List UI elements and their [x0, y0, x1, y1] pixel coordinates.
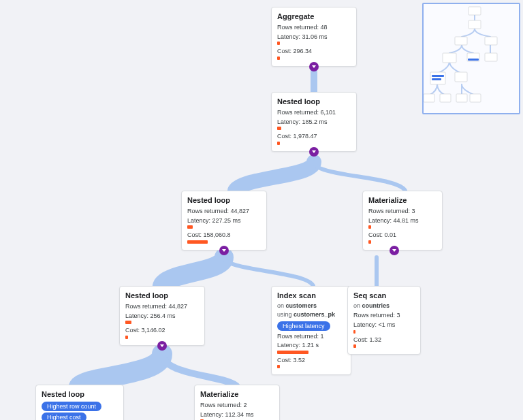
latency: Latency: 112.34 ms: [200, 410, 274, 419]
svg-rect-14: [456, 94, 467, 102]
expand-toggle-icon[interactable]: [219, 246, 229, 255]
svg-rect-3: [485, 37, 497, 45]
cost: Cost: 0.01: [368, 231, 437, 240]
node-aggregate[interactable]: Aggregate Rows returned: 48 Latency: 31.…: [271, 7, 357, 67]
node-title: Aggregate: [277, 12, 351, 21]
svg-rect-10: [432, 78, 441, 80]
minimap[interactable]: [422, 3, 520, 114]
cost-bar: [353, 344, 356, 348]
latency: Latency: 185.2 ms: [277, 118, 351, 127]
svg-rect-1: [469, 20, 481, 29]
scan-using: using customers_pk: [277, 311, 345, 319]
rows-returned: Rows returned: 44,827: [125, 302, 199, 311]
latency: Latency: 44.81 ms: [368, 216, 437, 225]
node-seq-scan[interactable]: Seq scan on countries Rows returned: 3 L…: [347, 286, 421, 355]
latency-bar: [277, 42, 280, 45]
cost-bar: [277, 142, 280, 145]
latency-bar: [277, 351, 308, 354]
latency-bar: [353, 330, 355, 334]
svg-rect-7: [485, 53, 497, 61]
node-title: Nested loop: [277, 97, 351, 106]
latency: Latency: <1 ms: [353, 321, 415, 329]
cost: Cost: 1.32: [353, 336, 415, 344]
node-nested-loop-3[interactable]: Nested loop Rows returned: 44,827 Latenc…: [119, 286, 205, 346]
svg-rect-13: [440, 94, 451, 102]
latency: Latency: 227.25 ms: [187, 216, 261, 225]
expand-toggle-icon[interactable]: [390, 246, 399, 255]
svg-rect-12: [424, 94, 434, 102]
expand-toggle-icon[interactable]: [157, 341, 167, 351]
expand-toggle-icon[interactable]: [309, 62, 319, 71]
svg-rect-0: [469, 7, 481, 15]
rows-returned: Rows returned: 48: [277, 23, 351, 32]
cost-bar: [277, 56, 280, 60]
latency: Latency: 1.21 s: [277, 341, 345, 350]
latency: Latency: 31.06 ms: [277, 33, 351, 42]
cost: Cost: 296.34: [277, 47, 351, 56]
rows-returned: Rows returned: 6,101: [277, 108, 351, 117]
node-title: Materialize: [200, 390, 274, 399]
node-title: Nested loop: [42, 390, 118, 399]
rows-returned: Rows returned: 2: [200, 401, 274, 410]
rows-returned: Rows returned: 1: [277, 332, 345, 341]
cost: Cost: 3.52: [277, 356, 345, 365]
svg-rect-11: [455, 72, 467, 82]
node-title: Materialize: [368, 196, 437, 205]
svg-rect-6: [468, 59, 479, 61]
cost-bar: [368, 240, 371, 244]
cost-bar: [187, 240, 208, 244]
expand-toggle-icon[interactable]: [309, 147, 319, 157]
latency: Latency: 256.4 ms: [125, 312, 199, 321]
node-materialize-right[interactable]: Materialize Rows returned: 3 Latency: 44…: [362, 191, 443, 251]
node-nested-loop-4[interactable]: Nested loop Highest row count Highest co…: [35, 385, 124, 420]
badge-highest-row-count: Highest row count: [42, 402, 101, 411]
scan-on: on countries: [353, 302, 415, 310]
svg-rect-2: [455, 37, 467, 45]
rows-returned: Rows returned: 44,827: [187, 207, 261, 216]
node-title: Nested loop: [125, 291, 199, 300]
latency-bar: [277, 127, 281, 130]
svg-rect-4: [443, 53, 456, 63]
rows-returned: Rows returned: 3: [353, 311, 415, 320]
badge-highest-latency: Highest latency: [277, 321, 330, 331]
cost-bar: [125, 336, 128, 339]
scan-on: on customers: [277, 302, 345, 310]
node-title: Seq scan: [353, 291, 415, 300]
cost: Cost: 158,060.8: [187, 231, 261, 240]
svg-rect-15: [470, 94, 481, 102]
cost: Cost: 1,978.47: [277, 132, 351, 141]
cost: Cost: 3,146.02: [125, 326, 199, 335]
badge-highest-cost: Highest cost: [42, 413, 86, 420]
node-title: Index scan: [277, 291, 345, 300]
node-title: Nested loop: [187, 196, 261, 205]
node-nested-loop-2[interactable]: Nested loop Rows returned: 44,827 Latenc…: [181, 191, 267, 251]
latency-bar: [125, 321, 131, 324]
svg-rect-9: [432, 75, 444, 77]
node-index-scan[interactable]: Index scan on customers using customers_…: [271, 286, 351, 375]
cost-bar: [277, 365, 280, 368]
node-materialize-bottom[interactable]: Materialize Rows returned: 2 Latency: 11…: [194, 385, 280, 420]
node-nested-loop-1[interactable]: Nested loop Rows returned: 6,101 Latency…: [271, 92, 357, 152]
latency-bar: [187, 225, 193, 229]
latency-bar: [368, 225, 371, 229]
rows-returned: Rows returned: 3: [368, 207, 437, 216]
